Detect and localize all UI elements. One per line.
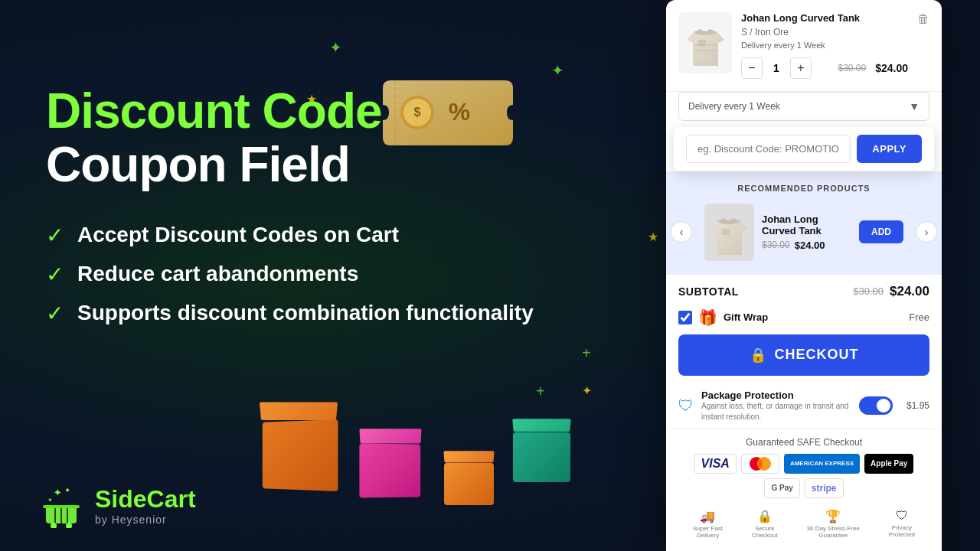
headline-line1: Discount Code <box>46 84 536 138</box>
amex-badge: AMERICAN EXPRESS <box>784 454 860 474</box>
gift-wrap-row: 🎁 Gift Wrap Free <box>666 304 942 334</box>
logo-area: ✦ ✦ ✦ SideCart by Heysenior <box>38 482 196 528</box>
gift-wrap-checkbox[interactable] <box>678 311 692 324</box>
discount-code-input[interactable] <box>686 135 851 163</box>
subtotal-prices: $30.00 $24.00 <box>853 284 929 299</box>
package-info: Package Protection Against loss, theft, … <box>701 390 851 422</box>
feature-item-1: ✓ Accept Discount Codes on Cart <box>46 223 536 248</box>
sparkle-5: + <box>582 344 591 362</box>
trust-delivery: 🚚 Super FastDelivery <box>693 509 723 540</box>
gift-wrap-price: Free <box>909 311 929 323</box>
recommended-section: RECOMMENDED PRODUCTS ‹ <box>666 171 942 275</box>
apple-pay-badge: Apple Pay <box>864 454 913 474</box>
star-2: ★ <box>648 230 658 244</box>
feature-text-2: Reduce cart abandonments <box>77 262 358 286</box>
payment-icons: VISA AMERICAN EXPRESS Apple Pay G Pay st… <box>678 454 929 498</box>
headline-line2: Coupon Field <box>46 138 536 191</box>
rec-product-image <box>704 204 754 261</box>
product-price-original: $30.00 <box>838 63 866 73</box>
trust-guarantee: 🏆 30 Day Stress-FreeGuarantee <box>807 509 860 540</box>
svg-text:✦: ✦ <box>64 486 70 494</box>
quantity-row: − 1 + $30.00 $24.00 <box>741 57 908 79</box>
logo-text-area: SideCart by Heysenior <box>95 485 196 526</box>
checkout-button[interactable]: 🔒 CHECKOUT <box>678 334 929 376</box>
svg-rect-6 <box>43 505 80 508</box>
product-price-sale: $24.00 <box>875 62 908 74</box>
check-icon-1: ✓ <box>46 223 64 248</box>
visa-badge: VISA <box>694 454 737 474</box>
trophy-icon: 🏆 <box>825 509 841 523</box>
trust-secure: 🔒 SecureCheckout <box>752 509 778 540</box>
product-info: Johan Long Curved Tank S / Iron Ore Deli… <box>741 12 908 79</box>
package-title: Package Protection <box>701 390 851 401</box>
checkout-label: CHECKOUT <box>775 347 859 363</box>
svg-rect-15 <box>698 40 706 46</box>
remove-item-icon[interactable]: 🗑 <box>917 12 929 26</box>
chevron-down-icon: ▼ <box>909 100 920 112</box>
qty-decrease-button[interactable]: − <box>741 57 763 79</box>
logo-by: by Heysenior <box>95 514 196 526</box>
trust-guarantee-label: 30 Day Stress-FreeGuarantee <box>807 525 860 540</box>
rec-price-original: $30.00 <box>762 240 790 250</box>
svg-point-10 <box>51 523 57 528</box>
feature-text-1: Accept Discount Codes on Cart <box>77 223 399 247</box>
google-pay-badge: G Pay <box>764 478 799 498</box>
package-protection-row: 🛡 Package Protection Against loss, theft… <box>666 383 942 429</box>
star-3: ✦ <box>582 383 592 398</box>
add-to-cart-button[interactable]: ADD <box>859 220 903 243</box>
rec-product-name: Johan Long Curved Tank <box>762 214 851 236</box>
svg-rect-16 <box>722 229 730 235</box>
discount-area: APPLY <box>674 127 934 171</box>
shirt-svg <box>684 18 727 68</box>
logo-name-white: Cart <box>147 485 196 513</box>
rec-prices: $30.00 $24.00 <box>762 240 851 251</box>
left-panel: Discount Code Coupon Field ✓ Accept Disc… <box>0 0 582 551</box>
package-price: $1.95 <box>906 400 929 411</box>
logo-name-green: Side <box>95 485 147 513</box>
recommended-title: RECOMMENDED PRODUCTS <box>666 179 942 197</box>
apply-discount-button[interactable]: APPLY <box>857 135 922 163</box>
product-name: Johan Long Curved Tank <box>741 12 908 25</box>
safe-checkout-title: Guaranteed SAFE Checkout <box>678 437 929 448</box>
rec-product-info: Johan Long Curved Tank $30.00 $24.00 <box>762 214 851 251</box>
headline-block: Discount Code Coupon Field <box>46 84 536 192</box>
delivery-dropdown[interactable]: Delivery every 1 Week ▼ <box>678 92 929 121</box>
subtotal-label: SUBTOTAL <box>678 285 739 298</box>
delivery-dropdown-label: Delivery every 1 Week <box>688 101 780 112</box>
qty-increase-button[interactable]: + <box>790 57 812 79</box>
trust-privacy: 🛡 PrivacyProtected <box>889 509 915 540</box>
svg-point-11 <box>66 523 72 528</box>
feature-item-2: ✓ Reduce cart abandonments <box>46 262 536 287</box>
svg-text:✦: ✦ <box>54 487 61 498</box>
subtotal-price-original: $30.00 <box>853 285 884 297</box>
package-protection-icon: 🛡 <box>678 397 694 415</box>
gift-wrap-label: Gift Wrap <box>724 311 768 323</box>
feature-text-3: Supports discount combination functional… <box>77 301 534 325</box>
subtotal-row: SUBTOTAL $30.00 $24.00 <box>666 275 942 304</box>
truck-icon: 🚚 <box>700 509 715 523</box>
secure-icon: 🔒 <box>757 509 773 523</box>
carousel-prev-button[interactable]: ‹ <box>671 221 692 243</box>
stripe-badge: stripe <box>805 478 844 498</box>
lock-icon: 🔒 <box>750 347 767 364</box>
cart-widget: Johan Long Curved Tank S / Iron Ore Deli… <box>666 0 942 551</box>
svg-text:✦: ✦ <box>47 497 53 504</box>
trust-delivery-label: Super FastDelivery <box>693 525 723 540</box>
product-delivery: Delivery every 1 Week <box>741 41 908 50</box>
product-variant: S / Iron Ore <box>741 27 908 37</box>
recommended-carousel: ‹ Joh <box>666 197 942 267</box>
mastercard-badge <box>741 454 779 474</box>
check-icon-2: ✓ <box>46 262 64 287</box>
logo-icon: ✦ ✦ ✦ <box>38 482 84 528</box>
rec-product: Johan Long Curved Tank $30.00 $24.00 ADD <box>692 197 916 267</box>
safe-checkout-section: Guaranteed SAFE Checkout VISA AMERICAN E… <box>666 429 942 503</box>
trust-privacy-label: PrivacyProtected <box>889 524 915 539</box>
subtotal-price-sale: $24.00 <box>890 284 929 299</box>
trust-secure-label: SecureCheckout <box>752 525 778 540</box>
qty-value: 1 <box>769 62 784 74</box>
gift-icon: 🎁 <box>698 308 717 327</box>
carousel-next-button[interactable]: › <box>916 221 937 243</box>
feature-item-3: ✓ Supports discount combination function… <box>46 301 536 326</box>
check-icon-3: ✓ <box>46 301 64 326</box>
package-protection-toggle[interactable] <box>859 396 893 415</box>
